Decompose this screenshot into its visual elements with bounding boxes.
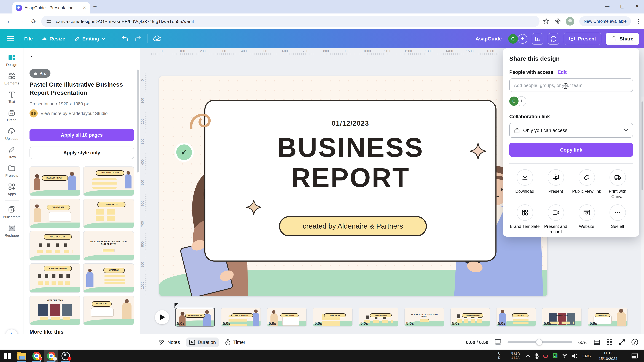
sidebar-item-elements[interactable]: Elements (0, 72, 24, 85)
sidebar-item-text[interactable]: Text (0, 90, 24, 104)
pages-view-icon[interactable] (494, 339, 502, 345)
template-page-thumbnail[interactable]: A YEAR IN PREVIEW (30, 263, 80, 293)
bookmark-star-icon[interactable] (543, 18, 550, 24)
sidebar-item-apps[interactable]: Apps (0, 182, 24, 196)
filmstrip-thumbnail[interactable]: A YEAR IN PREVIEW 5.0s (450, 308, 490, 327)
filmstrip-thumbnail[interactable]: WHAT WE SERVE 5.0s (358, 308, 398, 327)
fullpage-view-icon[interactable] (594, 339, 600, 345)
view-more-link[interactable]: View more by Braderlayout Studio (40, 111, 108, 116)
add-member-button[interactable]: + (518, 34, 527, 43)
filmstrip-thumbnail[interactable]: THANK YOU! 5.0s (588, 308, 628, 327)
template-page-thumbnail[interactable]: MEET OUR TEAM (30, 296, 80, 325)
template-page-thumbnail[interactable]: WE ALWAYS GIVE THE BEST FOR OUR CLIENTS (83, 231, 134, 260)
zoom-slider[interactable] (508, 342, 572, 343)
filmstrip-thumbnail[interactable]: WHAT WE DO 5.0s (313, 308, 352, 327)
action-center-icon[interactable] (632, 353, 638, 359)
template-page-thumbnail[interactable]: THANK YOU! (83, 296, 134, 325)
sidebar-item-brand[interactable]: co Brand (0, 109, 24, 122)
chrome-active-taskbar-icon[interactable] (44, 350, 58, 362)
microphone-tray-icon[interactable] (534, 353, 538, 359)
tray-expand-icon[interactable] (526, 354, 530, 357)
sidebar-item-design[interactable]: Design (0, 53, 24, 67)
edit-access-link[interactable]: Edit (558, 70, 567, 75)
obs-tray-icon[interactable] (543, 353, 548, 359)
timer-button[interactable]: Timer (222, 337, 248, 347)
new-tab-button[interactable]: + (93, 3, 97, 10)
insights-chart-icon[interactable] (532, 33, 543, 44)
redo-icon[interactable] (134, 35, 142, 42)
canvas-scrollbar[interactable] (641, 97, 644, 362)
fullscreen-icon[interactable] (619, 339, 625, 345)
share-action-button[interactable]: Print with Canva (602, 169, 633, 199)
sidebar-item-reshape[interactable]: Reshape (0, 224, 24, 237)
share-action-button[interactable]: Download (509, 169, 540, 199)
sidebar-item-projects[interactable]: Projects (0, 164, 24, 178)
new-chrome-badge[interactable]: New Chrome available (580, 16, 631, 26)
filmstrip-thumbnail[interactable]: STRATEGY 5.0s (496, 308, 536, 327)
url-bar[interactable]: canva.com/design/DAGPmFasnPE/bdVQtx371kf… (41, 16, 540, 27)
browser-tab[interactable]: AsapGuide - Presentation ✕ (12, 2, 90, 13)
account-avatar[interactable]: C (508, 34, 518, 43)
zoom-slider-thumb[interactable] (536, 339, 542, 345)
creator-avatar[interactable]: BS (30, 109, 38, 118)
share-action-button[interactable]: Present (540, 169, 571, 199)
filmstrip-thumbnail[interactable]: MEET OUR TEAM 5.0s (542, 308, 582, 327)
notes-button[interactable]: Notes (156, 337, 183, 347)
volume-tray-icon[interactable] (572, 353, 577, 358)
chrome-taskbar-icon[interactable] (29, 350, 44, 362)
sidebar-item-uploads[interactable]: Uploads (0, 127, 24, 141)
panel-back-button[interactable]: ← (30, 52, 36, 60)
slide-title[interactable]: BUSINESS REPORT (204, 132, 496, 193)
tab-close-icon[interactable]: ✕ (82, 5, 86, 10)
forward-icon[interactable]: → (19, 18, 25, 25)
share-action-button[interactable]: See all (602, 204, 633, 235)
comments-icon[interactable] (548, 33, 559, 44)
help-icon[interactable]: ? (631, 339, 638, 346)
link-access-dropdown[interactable]: Only you can access (509, 123, 633, 138)
file-menu[interactable]: File (24, 36, 33, 41)
site-settings-icon[interactable] (46, 19, 52, 24)
play-button[interactable] (155, 310, 169, 324)
slide-credit-pill[interactable]: created by Aldenaire & Partners (279, 216, 427, 236)
share-action-button[interactable]: Present and record (540, 204, 571, 235)
add-people-input[interactable]: Add people, groups, or your team (509, 78, 633, 92)
template-page-thumbnail[interactable]: BUSINESS REPORT (30, 167, 80, 196)
filmstrip-thumbnail[interactable]: WE ALWAYS GIVE THE BEST FOR OUR CLIENTS … (404, 308, 444, 327)
window-maximize-button[interactable]: ▢ (620, 3, 625, 9)
grid-view-icon[interactable] (606, 339, 613, 345)
start-button[interactable] (0, 350, 14, 362)
share-button[interactable]: Share (606, 32, 639, 45)
template-page-thumbnail[interactable]: WHO WE ARE (30, 199, 80, 228)
filmstrip-thumbnail[interactable]: BUSINESS REPORT 5.0s (175, 308, 215, 327)
duration-button[interactable]: Duration (186, 337, 219, 347)
sidebar-item-bulk-create[interactable]: Bulk create (0, 205, 24, 219)
share-action-button[interactable]: Brand Template (509, 204, 540, 235)
template-page-thumbnail[interactable]: STRATEGY (83, 263, 134, 293)
editing-mode-dropdown[interactable]: Editing (74, 36, 106, 41)
share-action-button[interactable]: Public view link (571, 169, 602, 199)
copy-link-button[interactable]: Copy link (509, 143, 633, 157)
template-page-thumbnail[interactable]: TABLE OF CONTENT (83, 167, 134, 196)
language-indicator[interactable]: ENG (582, 354, 591, 358)
slide-page[interactable]: 01/12/2023 BUSINESS REPORT created by Al… (159, 76, 547, 296)
slide-date[interactable]: 01/12/2023 (204, 120, 496, 127)
template-page-thumbnail[interactable]: WHAT WE SERVE (30, 231, 80, 260)
member-avatar[interactable]: C (509, 97, 518, 106)
sidebar-item-draw[interactable]: Draw (0, 146, 24, 159)
browser-profile-avatar[interactable] (566, 17, 574, 25)
wifi-tray-icon[interactable] (562, 354, 568, 358)
reload-icon[interactable]: ⟳ (31, 17, 36, 25)
obs-taskbar-icon[interactable] (58, 350, 73, 362)
back-icon[interactable]: ← (6, 18, 12, 25)
present-button[interactable]: Present (564, 32, 601, 45)
apply-style-only-button[interactable]: Apply style only (30, 147, 134, 159)
window-close-button[interactable]: ✕ (635, 3, 639, 9)
apply-all-pages-button[interactable]: Apply all 10 pages (30, 129, 134, 141)
filmstrip-thumbnail[interactable]: TABLE OF CONTENT 5.0s (221, 308, 261, 327)
filmstrip-thumbnail[interactable]: WHO WE ARE 5.0s (267, 308, 307, 327)
resize-button[interactable]: Resize (42, 36, 65, 41)
system-clock[interactable]: 11:19 15/10/2024 (599, 351, 617, 361)
share-action-button[interactable]: Website (571, 204, 602, 235)
menu-hamburger-icon[interactable] (7, 36, 14, 41)
extensions-icon[interactable] (554, 18, 561, 24)
